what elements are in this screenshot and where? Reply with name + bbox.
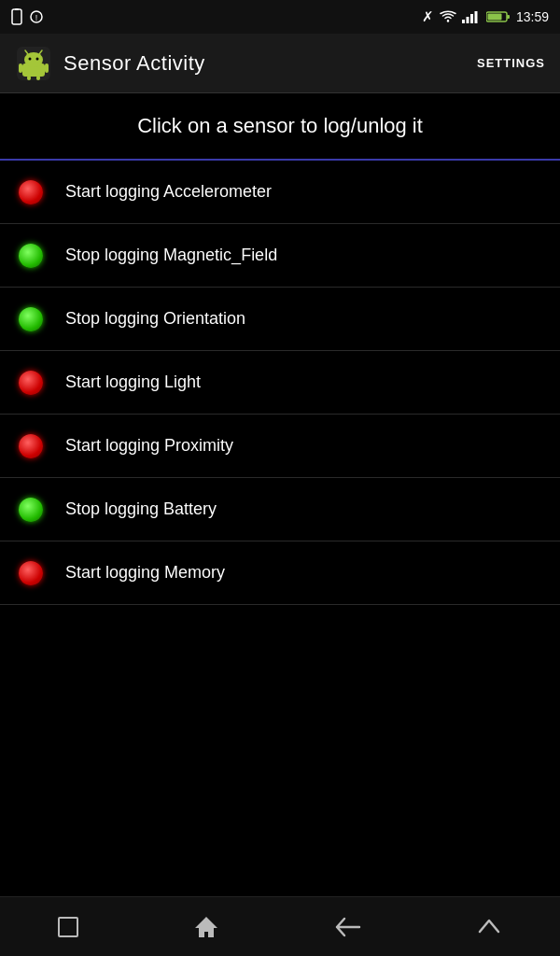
svg-rect-1: [15, 8, 19, 10]
sensor-label: Start logging Accelerometer: [65, 182, 272, 202]
sensor-label: Start logging Proximity: [65, 436, 233, 456]
status-icons-right: ✗ 13:59: [422, 8, 549, 25]
app-bar-left: Sensor Activity: [15, 45, 205, 82]
svg-rect-8: [474, 11, 477, 23]
time-display: 13:59: [516, 9, 549, 24]
led-red-icon: [19, 561, 43, 585]
svg-rect-22: [36, 76, 40, 80]
recent-apps-button[interactable]: [49, 907, 88, 947]
settings-button[interactable]: SETTINGS: [477, 56, 545, 70]
svg-rect-0: [12, 9, 21, 24]
svg-rect-20: [45, 63, 49, 73]
up-icon: [476, 917, 502, 937]
sensor-item[interactable]: Stop logging Magnetic_Field: [0, 224, 560, 288]
instruction-text: Click on a sensor to log/unlog it: [137, 114, 423, 137]
header-instruction: Click on a sensor to log/unlog it: [0, 93, 560, 161]
wifi-icon: [440, 10, 456, 23]
back-button[interactable]: [326, 907, 371, 947]
svg-rect-5: [462, 20, 465, 23]
recent-apps-icon: [58, 917, 78, 937]
svg-point-15: [29, 57, 32, 60]
notification-icon: !: [30, 10, 43, 23]
svg-point-16: [36, 57, 39, 60]
home-button[interactable]: [184, 906, 229, 949]
signal-icon: [462, 10, 481, 23]
led-red-icon: [19, 371, 43, 395]
sensor-label: Stop logging Orientation: [65, 309, 245, 329]
android-logo: [15, 45, 52, 82]
svg-rect-6: [466, 17, 469, 23]
svg-rect-11: [507, 15, 510, 19]
sensor-label: Start logging Light: [65, 373, 201, 392]
home-icon: [193, 915, 219, 939]
status-icons-left: !: [11, 8, 43, 25]
led-green-icon: [19, 244, 43, 268]
sensor-item[interactable]: Start logging Proximity: [0, 415, 560, 478]
bluetooth-icon: ✗: [422, 8, 434, 25]
sensor-list: Start logging AccelerometerStop logging …: [0, 161, 560, 605]
svg-rect-7: [470, 14, 473, 23]
sensor-item[interactable]: Start logging Light: [0, 351, 560, 415]
sensor-item[interactable]: Start logging Memory: [0, 541, 560, 605]
svg-rect-10: [487, 14, 501, 21]
svg-marker-23: [195, 917, 217, 937]
led-green-icon: [19, 307, 43, 331]
svg-point-4: [447, 20, 449, 21]
svg-text:!: !: [35, 13, 38, 22]
led-red-icon: [19, 434, 43, 458]
led-green-icon: [19, 498, 43, 522]
sensor-label: Stop logging Magnetic_Field: [65, 246, 277, 265]
sensor-item[interactable]: Stop logging Battery: [0, 478, 560, 541]
status-bar: ! ✗ 13:59: [0, 0, 560, 34]
sensor-label: Stop logging Battery: [65, 499, 217, 519]
sensor-item[interactable]: Stop logging Orientation: [0, 288, 560, 351]
phone-icon: [11, 8, 22, 25]
sensor-label: Start logging Memory: [65, 563, 225, 583]
svg-rect-21: [27, 76, 31, 80]
battery-icon: [486, 10, 511, 23]
bottom-nav: [0, 896, 560, 956]
svg-rect-19: [19, 63, 22, 73]
up-button[interactable]: [467, 907, 511, 947]
sensor-item[interactable]: Start logging Accelerometer: [0, 161, 560, 224]
app-title: Sensor Activity: [63, 51, 205, 76]
back-icon: [335, 917, 361, 937]
app-bar: Sensor Activity SETTINGS: [0, 34, 560, 93]
svg-point-14: [24, 52, 43, 67]
led-red-icon: [19, 180, 43, 204]
